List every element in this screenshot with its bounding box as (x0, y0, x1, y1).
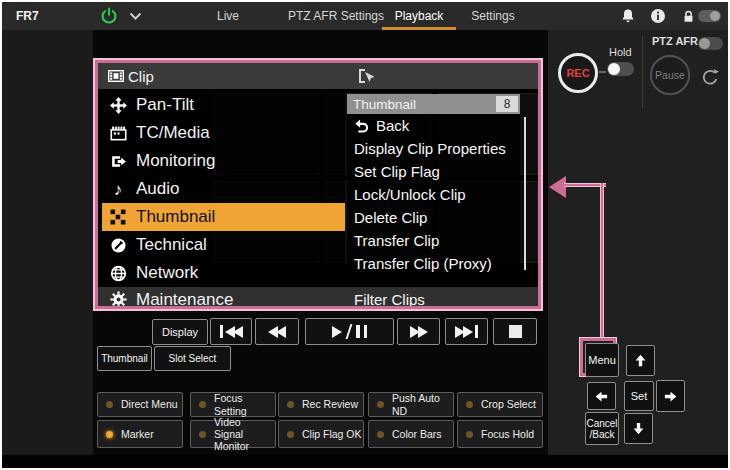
assignable-label: Focus Setting (214, 392, 275, 416)
tab-playback[interactable]: Playback (382, 2, 456, 30)
menu-item-tc-media[interactable]: TC/Media (102, 119, 345, 147)
submenu-item-label: Set Clip Flag (354, 163, 440, 180)
menu-item-label: Maintenance (136, 290, 233, 310)
menu-item-label: Network (136, 263, 198, 283)
assignable-button-crop-select[interactable]: Crop Select (457, 392, 543, 417)
submenu-header: Thumbnail 8 (347, 94, 520, 114)
submenu-item-label: Transfer Clip (354, 232, 439, 249)
assignable-label: Crop Select (481, 398, 536, 410)
set-button[interactable]: Set (624, 381, 654, 411)
menu-item-pan-tilt[interactable]: Pan-Tilt (102, 91, 345, 119)
submenu-item-label: Lock/Unlock Clip (354, 186, 466, 203)
ptz-afr-toggle[interactable] (698, 37, 723, 50)
bell-icon[interactable] (620, 8, 636, 24)
assignable-label: Focus Hold (481, 428, 534, 440)
menu-item-maintenance[interactable]: Maintenance (102, 287, 345, 309)
assignable-button-color-bars[interactable]: Color Bars (368, 420, 454, 448)
submenu-title: Thumbnail (353, 97, 496, 112)
submenu-item-display-clip-properties[interactable]: Display Clip Properties (347, 137, 520, 160)
tab-settings[interactable]: Settings (464, 2, 522, 30)
assignable-button-focus-setting[interactable]: Focus Setting (190, 392, 276, 417)
skip-forward-icon (455, 325, 478, 338)
menu-item-label: Technical (136, 235, 207, 255)
led-indicator (466, 431, 473, 438)
assignable-label: Marker (121, 428, 154, 440)
assignable-button-video-signal-monitor[interactable]: Video Signal Monitor (190, 420, 276, 448)
thumbnail-button[interactable]: Thumbnail (97, 346, 152, 371)
lock-icon[interactable] (681, 9, 696, 23)
panel-divider (642, 36, 643, 108)
play-pause-button[interactable] (305, 318, 394, 345)
lock-toggle[interactable] (698, 10, 721, 22)
submenu-item-lock-unlock-clip[interactable]: Lock/Unlock Clip (347, 183, 520, 206)
up-arrow-icon (633, 353, 648, 368)
power-icon[interactable] (100, 7, 118, 25)
fast-forward-button[interactable] (397, 318, 440, 345)
assignable-label: Push Auto ND (392, 392, 453, 416)
submenu-item-transfer-clip[interactable]: Transfer Clip (347, 229, 520, 252)
down-arrow-button[interactable] (624, 413, 653, 444)
assignable-button-rec-review[interactable]: Rec Review (278, 392, 364, 417)
led-indicator (106, 431, 113, 438)
chevron-down-icon[interactable] (129, 12, 142, 21)
hold-toggle[interactable] (607, 62, 634, 76)
skip-backward-button[interactable] (210, 318, 252, 345)
assignable-label: Rec Review (302, 398, 358, 410)
refresh-ccw-icon[interactable] (701, 68, 719, 86)
pause-button[interactable]: Pause (650, 55, 690, 95)
menu-item-label: TC/Media (136, 123, 210, 143)
slot-select-button[interactable]: Slot Select (154, 346, 231, 371)
info-icon[interactable] (650, 8, 666, 24)
left-gutter (2, 30, 93, 455)
assignable-button-clip-flag-ok[interactable]: Clip Flag OK (278, 420, 364, 448)
led-indicator (377, 401, 384, 408)
menu-item-network[interactable]: Network (102, 259, 345, 287)
submenu-item-set-clip-flag[interactable]: Set Clip Flag (347, 160, 520, 183)
submenu-item-filter-clips[interactable]: Filter Clips (347, 288, 520, 309)
menu-item-technical[interactable]: Technical (102, 231, 345, 259)
assignable-button-direct-menu[interactable]: Direct Menu (97, 392, 183, 417)
cancel-back-button[interactable]: Cancel /Back (585, 412, 619, 445)
menu-overlay: Clip Pan-Tilt TC/Media Monitoring ♪ Audi… (95, 60, 541, 309)
led-indicator (287, 431, 294, 438)
rec-button[interactable]: REC (558, 53, 598, 93)
menu-item-monitoring[interactable]: Monitoring (102, 147, 345, 175)
tab-live[interactable]: Live (200, 2, 256, 30)
menu-item-label: Thumbnail (136, 207, 215, 227)
led-indicator (199, 401, 206, 408)
right-arrow-button[interactable] (656, 380, 685, 412)
stop-button[interactable] (493, 318, 537, 345)
assignable-label: Clip Flag OK (302, 428, 362, 440)
skip-forward-button[interactable] (445, 318, 488, 345)
rewind-button[interactable] (255, 318, 299, 345)
assignable-label: Color Bars (392, 428, 442, 440)
thumbnail-icon (109, 208, 127, 226)
menu-button[interactable]: Menu (585, 343, 619, 377)
right-arrow-icon (663, 389, 678, 404)
menu-item-label: Audio (136, 179, 179, 199)
pan-tilt-icon (109, 96, 127, 114)
menu-title: Clip (128, 68, 154, 85)
submenu-item-back[interactable]: Back (347, 114, 520, 137)
submenu-item-delete-clip[interactable]: Delete Clip (347, 206, 520, 229)
down-arrow-icon (631, 421, 646, 436)
display-button[interactable]: Display (152, 319, 208, 345)
assignable-button-marker[interactable]: Marker (97, 420, 183, 448)
cancel-back-label: Cancel (586, 418, 617, 429)
assignable-button-focus-hold[interactable]: Focus Hold (457, 420, 543, 448)
left-arrow-button[interactable] (587, 382, 616, 410)
menu-item-audio[interactable]: ♪ Audio (102, 175, 345, 203)
assignable-button-push-auto-nd[interactable]: Push Auto ND (368, 392, 454, 417)
cancel-back-label: /Back (589, 429, 614, 440)
submenu-item-transfer-clip-proxy[interactable]: Transfer Clip (Proxy) (347, 252, 520, 275)
tab-ptz-afr-settings[interactable]: PTZ AFR Settings (274, 2, 398, 30)
up-arrow-button[interactable] (626, 345, 655, 376)
submenu-scrollbar[interactable] (524, 117, 526, 270)
menu-item-thumbnail[interactable]: Thumbnail (102, 203, 345, 231)
stop-icon (509, 325, 522, 338)
top-bar: FR7 Live PTZ AFR Settings Playback Setti… (2, 2, 728, 30)
film-icon (108, 69, 124, 83)
callout-line (600, 183, 604, 339)
submenu-count-badge: 8 (496, 96, 518, 112)
display-button-label: Display (162, 326, 198, 338)
